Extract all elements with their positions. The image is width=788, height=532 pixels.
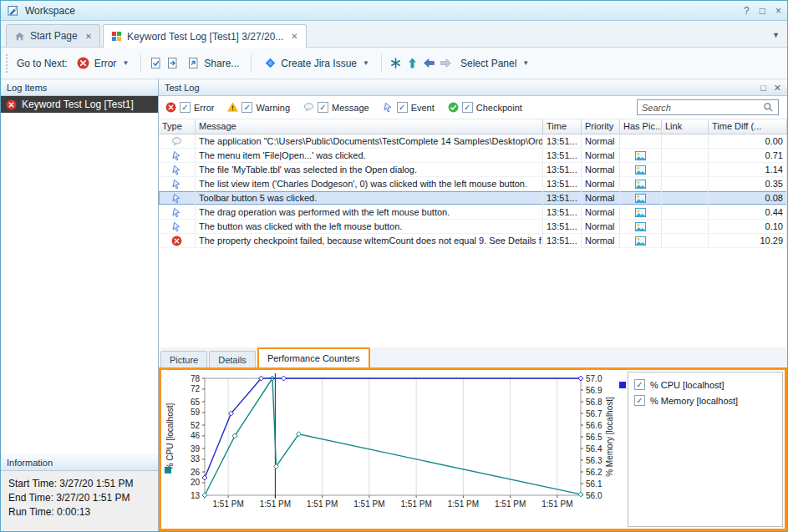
post-issue-icon[interactable] [389,57,403,70]
information-line: Run Time: 0:00:13 [8,505,150,519]
filter-warning[interactable]: ✓Warning [227,102,290,113]
svg-text:1:51 PM: 1:51 PM [541,499,572,509]
table-row[interactable]: Toolbar button 5 was clicked.13:51...Nor… [159,191,787,205]
filter-checkbox[interactable]: ✓ [318,102,328,113]
picture-icon[interactable] [635,150,646,161]
picture-icon[interactable] [635,193,646,204]
doc-tab-label: Start Page [30,30,78,42]
jira-icon [263,57,277,70]
table-header-row: TypeMessageTimePriorityHas Pic...LinkTim… [159,119,787,134]
select-panel-button[interactable]: Select Panel ▼ [456,55,533,72]
picture-icon[interactable] [635,179,646,190]
event-icon [171,193,182,204]
tab-close-icon[interactable]: ✕ [291,32,297,41]
svg-text:33: 33 [191,454,201,464]
tab-details[interactable]: Details [209,351,256,367]
column-header-type[interactable]: Type [159,119,196,134]
search-box[interactable] [637,99,779,115]
legend-checkbox[interactable]: ✓ [634,379,645,390]
doc-tab-label: Keyword Test Log [Test1] 3/27/20... [127,31,283,43]
performance-chart-svg: 1:51 PM1:51 PM1:51 PM1:51 PM1:51 PM1:51 … [161,370,626,527]
log-items-title: Log Items [7,83,47,93]
tab-overflow-chevron-icon[interactable]: ▼ [772,31,780,39]
picture-icon[interactable] [635,221,646,232]
document-tab-strip: Start Page✕Keyword Test Log [Test1] 3/27… [1,21,787,48]
table-row[interactable]: The list view item ('Charles Dodgeson', … [159,177,787,191]
svg-text:72: 72 [191,384,201,393]
doc-tab-keyword-1[interactable]: Keyword Test Log [Test1] 3/27/20...✕ [103,24,307,48]
filter-error[interactable]: ✓Error [165,102,214,113]
table-row[interactable]: The drag operation was performed with th… [159,205,787,220]
share-button[interactable]: Share... [182,54,243,73]
error-icon [77,57,90,70]
share-button-label: Share... [204,58,239,69]
event-icon [171,179,182,190]
svg-text:1:51 PM: 1:51 PM [495,499,526,509]
table-row[interactable]: The button was clicked with the left mou… [159,220,787,234]
log-item[interactable]: Keyword Test Log [Test1] [1,96,158,113]
toolbar-grip[interactable] [6,54,11,73]
legend-item-memory-localhost[interactable]: ✓% Memory [localhost] [634,393,776,408]
panel-close-icon[interactable]: ✕ [774,83,781,94]
column-header-priority[interactable]: Priority [582,119,620,134]
go-to-next-error-button[interactable]: Error ▼ [73,54,134,73]
table-row[interactable]: The menu item 'File|Open...' was clicked… [159,149,787,163]
panel-maximize-icon[interactable]: □ [760,83,766,94]
time-cell: 13:51... [543,163,582,176]
priority-cell: Normal [582,191,620,205]
doc-tab-start-0[interactable]: Start Page✕ [6,24,100,47]
column-header-time[interactable]: Time [543,119,582,134]
test-log-title: Test Log [165,83,200,93]
tab-close-icon[interactable]: ✕ [85,32,92,41]
type-cell [159,234,196,247]
priority-cell: Normal [582,149,620,162]
checkpoint-icon [448,102,459,113]
filter-event[interactable]: ✓Event [383,102,435,113]
back-arrow-icon[interactable] [423,57,436,70]
filter-checkbox[interactable]: ✓ [462,102,473,113]
picture-icon[interactable] [635,236,646,246]
legend-item-cpu-localhost[interactable]: ✓% CPU [localhost] [634,377,776,393]
filter-checkpoint[interactable]: ✓Checkpoint [448,102,522,113]
column-header-link[interactable]: Link [662,119,709,134]
filter-checkbox[interactable]: ✓ [241,102,252,113]
picture-icon[interactable] [635,165,646,175]
left-sidebar: Log Items Keyword Test Log [Test1] Infor… [1,79,159,531]
help-button[interactable]: ? [744,5,750,17]
filter-checkbox[interactable]: ✓ [397,102,408,113]
close-button[interactable]: × [775,5,781,17]
column-header-has-picture[interactable]: Has Pic... [620,119,662,134]
svg-text:1:51 PM: 1:51 PM [213,499,244,509]
priority-cell: Normal [582,220,620,233]
create-jira-issue-button[interactable]: Create Jira Issue ▼ [259,54,374,73]
save-results-icon[interactable] [165,57,179,70]
column-header-time-diff[interactable]: Time Diff (... [709,119,787,134]
search-icon[interactable] [763,102,774,113]
export-results-icon[interactable] [149,57,162,70]
type-cell [159,149,196,162]
svg-text:56.9: 56.9 [586,386,602,395]
time-diff-cell: 0.08 [709,191,787,205]
error-button-label: Error [94,58,117,69]
select-panel-label: Select Panel [460,58,516,69]
picture-icon[interactable] [635,207,646,218]
message-cell: The application "C:\Users\Public\Documen… [196,134,543,148]
upload-icon[interactable] [406,57,419,70]
legend-checkbox[interactable]: ✓ [634,395,645,406]
table-row[interactable]: The file 'MyTable.tbl' was selected in t… [159,163,787,177]
filter-checkbox[interactable]: ✓ [180,102,191,113]
filter-message[interactable]: ✓Message [303,102,369,113]
type-cell [159,220,196,233]
table-row[interactable]: The property checkpoint failed, because … [159,234,787,248]
tab-performance-counters[interactable]: Performance Counters [257,347,370,367]
svg-text:1:51 PM: 1:51 PM [401,499,432,509]
forward-arrow-icon[interactable] [440,57,453,70]
table-row[interactable]: The application "C:\Users\Public\Documen… [159,134,787,149]
column-header-message[interactable]: Message [196,119,543,134]
event-icon [171,207,182,218]
tab-picture[interactable]: Picture [160,351,207,367]
information-body: Start Time: 3/27/20 1:51 PMEnd Time: 3/2… [1,471,158,531]
search-input[interactable] [642,103,760,113]
maximize-button[interactable]: □ [760,5,765,17]
event-icon [383,102,394,113]
